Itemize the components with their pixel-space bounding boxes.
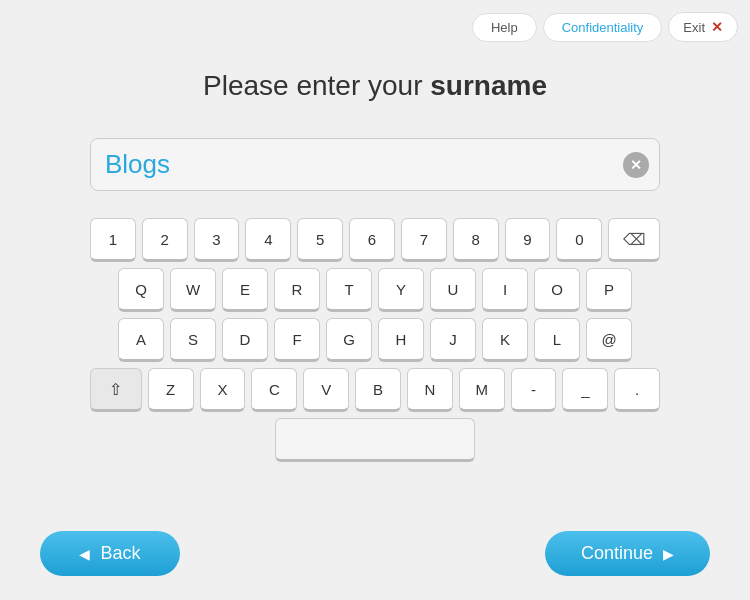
- key-a[interactable]: A: [118, 318, 164, 362]
- key-w[interactable]: W: [170, 268, 216, 312]
- key-at[interactable]: @: [586, 318, 632, 362]
- key-m[interactable]: M: [459, 368, 505, 412]
- key-l[interactable]: L: [534, 318, 580, 362]
- confidentiality-button[interactable]: Confidentiality: [543, 13, 663, 42]
- key-s[interactable]: S: [170, 318, 216, 362]
- exit-label: Exit: [683, 20, 705, 35]
- key-r[interactable]: R: [274, 268, 320, 312]
- input-value: Blogs: [105, 149, 615, 180]
- continue-button[interactable]: Continue: [545, 531, 710, 576]
- key-z[interactable]: Z: [148, 368, 194, 412]
- bottom-navigation: Back Continue: [40, 531, 710, 576]
- key-underscore[interactable]: _: [562, 368, 608, 412]
- key-j[interactable]: J: [430, 318, 476, 362]
- title-prefix: Please enter your: [203, 70, 430, 101]
- key-o[interactable]: O: [534, 268, 580, 312]
- key-x[interactable]: X: [200, 368, 246, 412]
- key-2[interactable]: 2: [142, 218, 188, 262]
- key-v[interactable]: V: [303, 368, 349, 412]
- exit-icon: ✕: [711, 19, 723, 35]
- key-5[interactable]: 5: [297, 218, 343, 262]
- key-y[interactable]: Y: [378, 268, 424, 312]
- input-container: Blogs ✕: [90, 138, 660, 191]
- key-space[interactable]: [275, 418, 475, 462]
- key-p[interactable]: P: [586, 268, 632, 312]
- back-button[interactable]: Back: [40, 531, 180, 576]
- keyboard-row-space: [90, 418, 660, 462]
- key-7[interactable]: 7: [401, 218, 447, 262]
- continue-arrow-icon: [663, 543, 674, 564]
- key-b[interactable]: B: [355, 368, 401, 412]
- keyboard-row-3: A S D F G H J K L @: [90, 318, 660, 362]
- key-g[interactable]: G: [326, 318, 372, 362]
- key-t[interactable]: T: [326, 268, 372, 312]
- back-label: Back: [100, 543, 140, 564]
- page-title: Please enter your surname: [0, 70, 750, 102]
- keyboard-row-4: ⇧ Z X C V B N M - _ .: [90, 368, 660, 412]
- keyboard-row-1: 1 2 3 4 5 6 7 8 9 0 ⌫: [90, 218, 660, 262]
- key-e[interactable]: E: [222, 268, 268, 312]
- top-nav: Help Confidentiality Exit ✕: [472, 12, 738, 42]
- key-c[interactable]: C: [251, 368, 297, 412]
- key-6[interactable]: 6: [349, 218, 395, 262]
- key-8[interactable]: 8: [453, 218, 499, 262]
- key-d[interactable]: D: [222, 318, 268, 362]
- key-h[interactable]: H: [378, 318, 424, 362]
- keyboard-row-2: Q W E R T Y U I O P: [90, 268, 660, 312]
- key-0[interactable]: 0: [556, 218, 602, 262]
- clear-button[interactable]: ✕: [623, 152, 649, 178]
- back-arrow-icon: [79, 543, 90, 564]
- exit-button[interactable]: Exit ✕: [668, 12, 738, 42]
- key-u[interactable]: U: [430, 268, 476, 312]
- key-dash[interactable]: -: [511, 368, 557, 412]
- key-k[interactable]: K: [482, 318, 528, 362]
- key-3[interactable]: 3: [194, 218, 240, 262]
- title-highlight: surname: [430, 70, 547, 101]
- key-i[interactable]: I: [482, 268, 528, 312]
- help-button[interactable]: Help: [472, 13, 537, 42]
- key-9[interactable]: 9: [505, 218, 551, 262]
- key-shift[interactable]: ⇧: [90, 368, 142, 412]
- key-n[interactable]: N: [407, 368, 453, 412]
- key-dot[interactable]: .: [614, 368, 660, 412]
- key-f[interactable]: F: [274, 318, 320, 362]
- keyboard: 1 2 3 4 5 6 7 8 9 0 ⌫ Q W E R T Y U I O …: [90, 218, 660, 468]
- key-backspace[interactable]: ⌫: [608, 218, 660, 262]
- text-input-wrap[interactable]: Blogs ✕: [90, 138, 660, 191]
- key-q[interactable]: Q: [118, 268, 164, 312]
- key-4[interactable]: 4: [245, 218, 291, 262]
- continue-label: Continue: [581, 543, 653, 564]
- key-1[interactable]: 1: [90, 218, 136, 262]
